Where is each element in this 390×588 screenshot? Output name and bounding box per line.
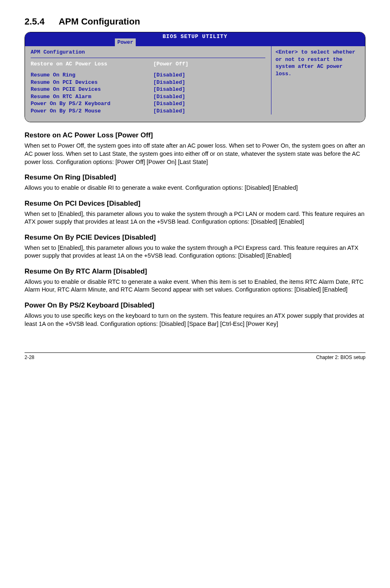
subsection-body: When set to Power Off, the system goes i… (25, 142, 365, 166)
subsection-title: Power On By PS/2 Keyboard [Disabled] (25, 301, 365, 310)
bios-left-pane: APM Configuration Restore on AC Power Lo… (25, 46, 271, 114)
bios-row-value: [Disabled] (153, 86, 265, 93)
bios-row-label: Resume On RTC Alarm (31, 93, 153, 101)
section-title: APM Configuration (58, 16, 140, 27)
page-footer: 2-28 Chapter 2: BIOS setup (25, 352, 365, 360)
subsection-title: Resume On Ring [Disabled] (25, 173, 365, 182)
bios-row-label: Resume On PCI Devices (31, 79, 153, 86)
bios-row: Resume On PCI Devices [Disabled] (31, 79, 265, 86)
bios-row-value: [Disabled] (153, 79, 265, 86)
bios-row: Resume On PCIE Devices [Disabled] (31, 86, 265, 93)
bios-row-label: Power On By PS/2 Mouse (31, 108, 153, 115)
bios-row-label: Restore on AC Power Loss (31, 61, 153, 68)
bios-row-label: Power On By PS/2 Keyboard (31, 100, 153, 108)
bios-tab-power: Power (115, 38, 136, 46)
subsection-body: Allows you to enable or disable RI to ge… (25, 184, 365, 192)
bios-header-title: BIOS SETUP UTILITY (25, 33, 365, 40)
bios-help-text: <Enter> to select whether or not to rest… (276, 49, 361, 77)
subsection-title: Restore on AC Power Loss [Power Off] (25, 131, 365, 139)
subsection-body: When set to [Enabled], this parameter al… (25, 210, 365, 226)
subsection-body: When set to [Enabled], this parameter al… (25, 244, 365, 260)
bios-row-value: [Disabled] (153, 108, 265, 115)
subsection-title: Resume On By PCIE Devices [Disabled] (25, 233, 365, 242)
bios-screenshot: BIOS SETUP UTILITY Power APM Configurati… (25, 32, 365, 122)
bios-divider (31, 58, 265, 58)
bios-row-value: [Power Off] (153, 61, 265, 68)
bios-header: BIOS SETUP UTILITY Power (25, 32, 365, 46)
subsection-body: Allows you to use specific keys on the k… (25, 312, 365, 328)
bios-row: Power On By PS/2 Keyboard [Disabled] (31, 100, 265, 108)
bios-row: Resume On Ring [Disabled] (31, 72, 265, 79)
section-number: 2.5.4 (25, 16, 45, 27)
chapter-label: Chapter 2: BIOS setup (316, 355, 365, 360)
bios-body: APM Configuration Restore on AC Power Lo… (25, 46, 365, 122)
subsection-title: Resume On PCI Devices [Disabled] (25, 200, 365, 208)
bios-help-pane: <Enter> to select whether or not to rest… (271, 46, 365, 114)
section-heading: 2.5.4 APM Configuration (25, 16, 365, 27)
subsection-title: Resume On By RTC Alarm [Disabled] (25, 267, 365, 276)
bios-row: Resume On RTC Alarm [Disabled] (31, 93, 265, 101)
bios-row-label: Resume On Ring (31, 72, 153, 79)
subsection-body: Allows you to enable or disable RTC to g… (25, 278, 365, 294)
bios-row-value: [Disabled] (153, 93, 265, 101)
page-number: 2-28 (25, 355, 34, 360)
bios-row-value: [Disabled] (153, 100, 265, 108)
bios-left-heading: APM Configuration (31, 49, 265, 56)
bios-row-label: Resume On PCIE Devices (31, 86, 153, 93)
bios-row-value: [Disabled] (153, 72, 265, 79)
bios-row-selected: Restore on AC Power Loss [Power Off] (31, 61, 265, 68)
spacer (31, 67, 265, 72)
bios-row: Power On By PS/2 Mouse [Disabled] (31, 108, 265, 115)
